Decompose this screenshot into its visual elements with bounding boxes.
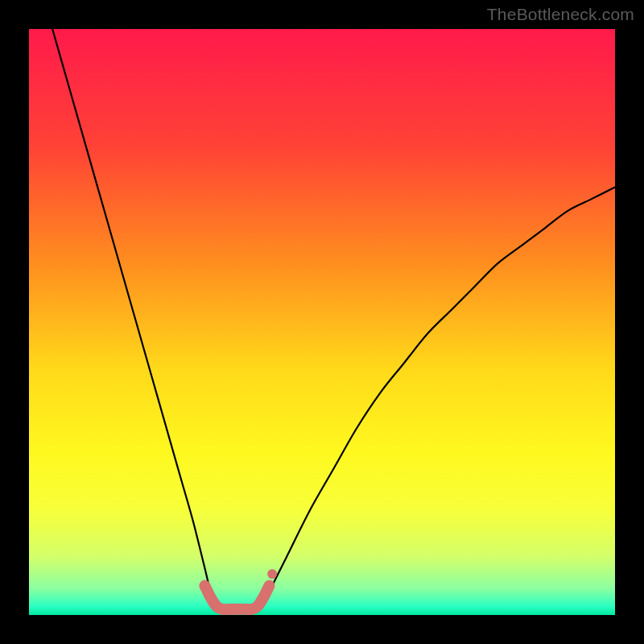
watermark-text: TheBottleneck.com <box>487 5 634 24</box>
plot-area <box>29 29 615 615</box>
optimal-range-marker <box>204 569 277 609</box>
curve-layer <box>29 29 615 615</box>
bottleneck-curve-left <box>52 29 222 609</box>
bottleneck-curve-right <box>258 188 615 609</box>
chart-frame: TheBottleneck.com <box>0 0 644 644</box>
svg-point-1 <box>267 569 277 579</box>
